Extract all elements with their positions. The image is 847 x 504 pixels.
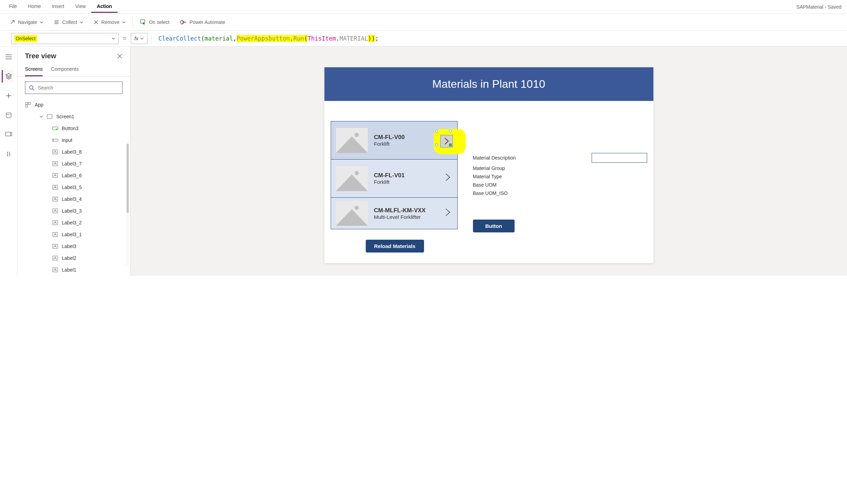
gallery-item[interactable]: CM-MLFL-KM-VXX Multi-Level Forklifter bbox=[331, 198, 457, 229]
label-icon bbox=[52, 208, 58, 214]
close-icon[interactable] bbox=[117, 53, 122, 59]
app-header-label: Materials in Plant 1010 bbox=[324, 67, 653, 101]
chevron-down-icon bbox=[111, 36, 116, 41]
property-name: OnSelect bbox=[14, 35, 37, 42]
menu-home[interactable]: Home bbox=[23, 1, 46, 13]
fx-dropdown[interactable]: fx bbox=[131, 33, 148, 44]
navigate-dropdown[interactable]: Navigate bbox=[6, 17, 47, 27]
search-field[interactable] bbox=[38, 85, 119, 91]
search-icon bbox=[29, 85, 34, 91]
label-icon bbox=[52, 231, 58, 238]
tree-view-panel: Tree view Screens Components App bbox=[17, 46, 130, 276]
database-icon bbox=[6, 112, 12, 118]
collect-dropdown[interactable]: Collect bbox=[50, 17, 87, 27]
selected-chevron-control[interactable] bbox=[437, 131, 457, 151]
gallery-item-title: CM-FL-V01 bbox=[374, 172, 437, 179]
svg-rect-5 bbox=[28, 102, 31, 104]
svg-rect-6 bbox=[26, 105, 28, 107]
gallery-item[interactable]: CM-FL-V01 Forklift bbox=[331, 160, 457, 198]
menu-view[interactable]: View bbox=[70, 1, 91, 13]
fx-label: fx bbox=[135, 36, 138, 41]
svg-rect-8 bbox=[52, 127, 58, 130]
svg-rect-0 bbox=[141, 20, 145, 23]
power-automate-label: Power Automate bbox=[189, 19, 225, 25]
label-icon bbox=[52, 184, 58, 190]
label-icon bbox=[52, 243, 58, 249]
menu-action[interactable]: Action bbox=[91, 1, 118, 13]
ribbon: Navigate Collect Remove On select Power … bbox=[0, 14, 847, 31]
tree-node-screen1[interactable]: Screen1 bbox=[17, 111, 130, 122]
materials-gallery[interactable]: CM-FL-V00 Forklift bbox=[331, 121, 458, 229]
tree-node-label3_8[interactable]: Label3_8 bbox=[17, 146, 130, 158]
textinput-icon bbox=[52, 137, 58, 143]
tree-node-label3_2[interactable]: Label3_2 bbox=[17, 217, 130, 229]
gallery-item[interactable]: CM-FL-V00 Forklift bbox=[331, 121, 457, 160]
svg-rect-7 bbox=[47, 114, 52, 119]
tree-title: Tree view bbox=[25, 52, 56, 60]
rail-media[interactable] bbox=[2, 128, 15, 141]
x-icon bbox=[94, 20, 99, 25]
material-description-input[interactable] bbox=[592, 153, 647, 163]
formula-bar: OnSelect = fx ClearCollect(material,Powe… bbox=[0, 31, 847, 46]
tree-node-label3_4[interactable]: Label3_4 bbox=[17, 193, 130, 205]
image-placeholder-icon bbox=[336, 128, 368, 153]
property-selector[interactable]: OnSelect bbox=[11, 33, 119, 44]
reload-button[interactable]: Reload Materials bbox=[366, 240, 424, 253]
canvas[interactable]: Materials in Plant 1010 CM-FL-V00 Forkli… bbox=[130, 46, 847, 276]
label-icon bbox=[52, 149, 58, 155]
plus-icon bbox=[6, 93, 12, 99]
field-label: Material Description bbox=[473, 155, 535, 161]
image-placeholder-icon bbox=[336, 166, 368, 191]
chevron-down-icon bbox=[40, 20, 43, 24]
tree-node-label3_5[interactable]: Label3_5 bbox=[17, 181, 130, 193]
tree-node-label3_3[interactable]: Label3_3 bbox=[17, 205, 130, 217]
tab-components[interactable]: Components bbox=[51, 64, 78, 76]
label-icon bbox=[52, 161, 58, 167]
tab-screens[interactable]: Screens bbox=[25, 64, 43, 76]
onselect-action[interactable]: On select bbox=[136, 17, 173, 27]
image-placeholder-icon bbox=[336, 201, 368, 226]
remove-dropdown[interactable]: Remove bbox=[90, 17, 129, 27]
rail-insert[interactable] bbox=[2, 89, 15, 102]
chevron-down-icon bbox=[122, 20, 126, 24]
tree-node-label3_7[interactable]: Label3_7 bbox=[17, 158, 130, 170]
collect-label: Collect bbox=[62, 19, 77, 25]
navigate-label: Navigate bbox=[18, 19, 37, 25]
chevron-down-icon[interactable] bbox=[40, 115, 43, 118]
formula-input[interactable]: ClearCollect(material,PowerAppsbutton.Ru… bbox=[155, 35, 382, 42]
tree-node-button3[interactable]: Button3 bbox=[17, 122, 130, 134]
field-label: Base UOM bbox=[473, 182, 535, 188]
equals-sign: = bbox=[122, 35, 127, 42]
hamburger-icon bbox=[6, 54, 12, 59]
chevron-right-icon[interactable] bbox=[443, 207, 452, 220]
arrow-up-right-icon bbox=[10, 19, 15, 25]
rail-data[interactable] bbox=[2, 109, 15, 121]
svg-rect-9 bbox=[52, 139, 58, 141]
power-automate-action[interactable]: Power Automate bbox=[176, 17, 229, 27]
tree-node-input[interactable]: input bbox=[17, 134, 130, 146]
field-label: Material Type bbox=[473, 174, 535, 179]
tree-node-label3_6[interactable]: Label3_6 bbox=[17, 170, 130, 181]
tree-node-label2[interactable]: Label2 bbox=[17, 252, 130, 264]
tree-node-label3_1[interactable]: Label3_1 bbox=[17, 229, 130, 240]
menu-file[interactable]: File bbox=[3, 1, 23, 13]
tree-node-label3[interactable]: Label3 bbox=[17, 240, 130, 252]
chevron-right-icon[interactable] bbox=[443, 172, 452, 185]
menu-insert[interactable]: Insert bbox=[46, 1, 70, 13]
tree-node-label1[interactable]: Label1 bbox=[17, 264, 130, 276]
list-icon bbox=[54, 19, 59, 25]
tree-node-app[interactable]: App bbox=[17, 99, 130, 111]
layers-icon bbox=[5, 73, 12, 80]
button-icon bbox=[52, 125, 58, 131]
svg-rect-4 bbox=[26, 102, 28, 104]
detail-button[interactable]: Button bbox=[473, 220, 515, 232]
rail-tools[interactable] bbox=[2, 148, 15, 160]
gallery-item-subtitle: Multi-Level Forklifter bbox=[374, 214, 437, 220]
rail-hamburger[interactable] bbox=[2, 51, 15, 63]
rail-tree[interactable] bbox=[2, 70, 14, 83]
media-icon bbox=[5, 132, 12, 137]
search-input[interactable] bbox=[25, 82, 122, 94]
scrollbar[interactable] bbox=[126, 144, 129, 265]
label-icon bbox=[52, 220, 58, 226]
chevron-down-icon bbox=[80, 20, 83, 24]
